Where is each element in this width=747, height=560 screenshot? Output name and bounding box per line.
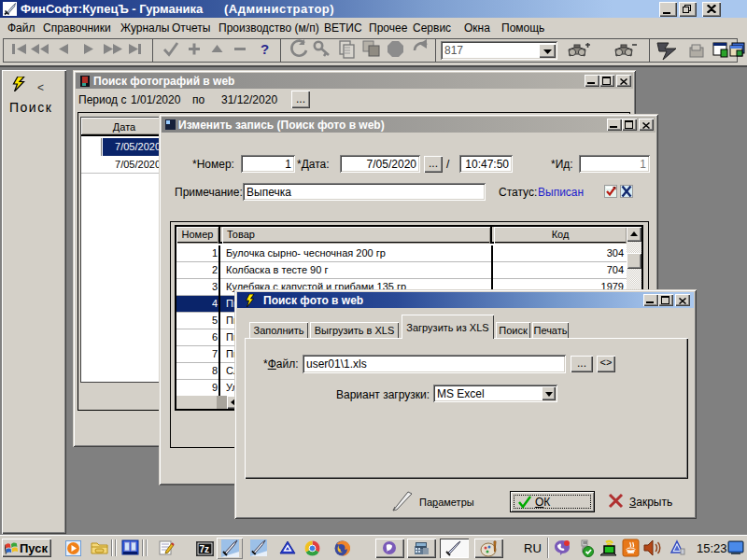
svg-text:?: ? (261, 41, 269, 57)
svg-text:7z: 7z (200, 544, 210, 554)
